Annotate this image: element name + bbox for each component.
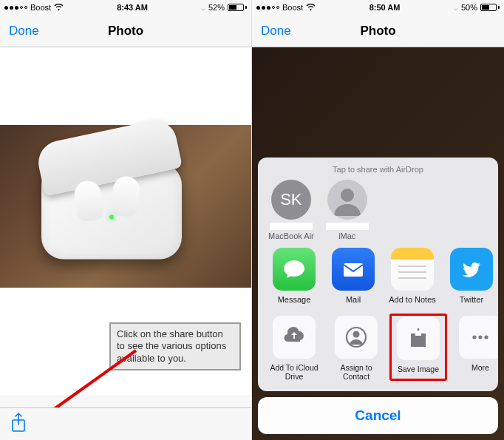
app-label: Message: [268, 295, 320, 304]
clock: 8:43 AM: [117, 3, 148, 12]
svg-rect-3: [344, 263, 363, 277]
svg-point-5: [353, 331, 360, 337]
carrier-label: Boost: [30, 3, 51, 12]
share-app-notes[interactable]: Add to Notes: [386, 248, 438, 304]
message-icon: [273, 248, 316, 291]
share-button[interactable]: [10, 413, 27, 436]
carrier-label: Boost: [282, 3, 303, 12]
battery-percent: 52%: [208, 3, 225, 12]
battery-percent: 50%: [461, 3, 477, 12]
notes-icon: [391, 248, 434, 291]
action-more[interactable]: More: [452, 316, 498, 381]
app-label: Add to Notes: [386, 295, 438, 304]
svg-rect-7: [415, 331, 421, 336]
phone-photo-view: Boost 8:43 AM ⌵ 52% Done Photo Click on …: [0, 0, 252, 440]
nav-bar: Done Photo: [0, 15, 251, 47]
battery-icon: [228, 4, 247, 11]
bottom-toolbar: [0, 407, 251, 440]
svg-point-8: [472, 335, 476, 339]
action-label: More: [452, 363, 498, 372]
svg-point-10: [484, 335, 488, 339]
action-save-image[interactable]: Save Image: [389, 314, 447, 381]
done-button[interactable]: Done: [0, 24, 48, 38]
share-app-twitter[interactable]: Twitter: [446, 248, 497, 304]
mail-icon: [332, 248, 375, 291]
app-label: Mail: [327, 295, 379, 304]
bluetooth-icon: ⌵: [454, 4, 458, 12]
action-label: Save Image: [393, 365, 443, 373]
cloud-upload-icon: [273, 316, 316, 359]
airdrop-target-label: iMac: [326, 231, 369, 240]
action-icloud-drive[interactable]: Add To iCloud Drive: [265, 316, 323, 381]
share-icon: [10, 413, 27, 433]
annotation-tooltip: Click on the share button to see the var…: [109, 322, 241, 370]
airdrop-target-macbook[interactable]: SK MacBook Air: [268, 180, 314, 240]
airdrop-title: Tap to share with AirDrop: [258, 165, 498, 174]
share-app-message[interactable]: Message: [268, 248, 320, 304]
action-row[interactable]: Add To iCloud Drive Assign to Contact Sa…: [258, 308, 498, 381]
airdrop-target-imac[interactable]: iMac: [326, 180, 369, 240]
signal-dots-icon: [4, 6, 27, 10]
clock: 8:50 AM: [370, 3, 401, 12]
phone-share-sheet: Boost 8:50 AM ⌵ 50% Done Photo Tap to sh…: [252, 0, 504, 440]
share-sheet: Tap to share with AirDrop SK MacBook Air…: [258, 158, 498, 434]
status-bar: Boost 8:43 AM ⌵ 52%: [0, 0, 251, 15]
done-button[interactable]: Done: [252, 24, 300, 38]
svg-point-9: [478, 335, 482, 339]
avatar-initials: SK: [271, 180, 311, 220]
app-label: Twitter: [446, 295, 497, 304]
twitter-icon: [450, 248, 493, 291]
action-assign-contact[interactable]: Assign to Contact: [327, 316, 385, 381]
share-panel: Tap to share with AirDrop SK MacBook Air…: [258, 158, 498, 391]
airpods-photo: [0, 125, 251, 288]
status-bar: Boost 8:50 AM ⌵ 50%: [252, 0, 504, 15]
action-label: Add To iCloud Drive: [265, 363, 323, 381]
svg-point-2: [341, 189, 354, 202]
save-image-icon: [397, 317, 440, 360]
more-icon: [459, 316, 498, 359]
share-app-mail[interactable]: Mail: [327, 248, 379, 304]
contact-icon: [335, 316, 378, 359]
airdrop-target-label: MacBook Air: [268, 231, 314, 240]
battery-icon: [480, 4, 500, 11]
app-share-row[interactable]: Message Mail Add to Notes: [258, 240, 498, 304]
wifi-icon: [306, 4, 316, 11]
wifi-icon: [54, 4, 64, 11]
nav-bar: Done Photo: [252, 15, 504, 47]
action-label: Assign to Contact: [327, 363, 385, 381]
avatar-generic-icon: [327, 180, 367, 220]
cancel-button[interactable]: Cancel: [258, 397, 498, 434]
bluetooth-icon: ⌵: [201, 4, 205, 12]
signal-dots-icon: [256, 6, 279, 10]
